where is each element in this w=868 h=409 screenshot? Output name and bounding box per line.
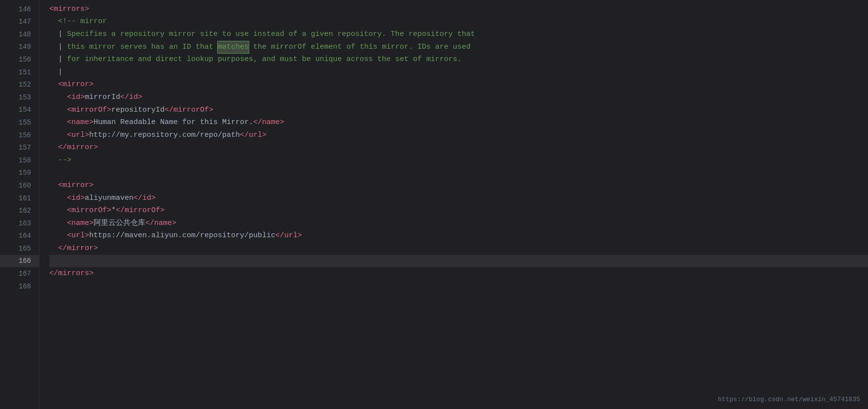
code-segment: | — [49, 41, 67, 53]
line-number-152: 152 — [0, 79, 39, 92]
code-segment: <id> — [67, 92, 85, 103]
line-number-167: 167 — [0, 267, 39, 280]
line-number-160: 160 — [0, 179, 39, 192]
code-line-166 — [49, 255, 868, 268]
code-line-157: </mirror> — [49, 142, 868, 155]
code-editor: 1461471481491501511521531541551561571581… — [0, 0, 868, 409]
line-number-164: 164 — [0, 230, 39, 243]
code-segment — [49, 117, 67, 128]
code-segment — [49, 192, 67, 204]
code-segment — [49, 218, 67, 229]
code-segment: matches — [218, 41, 249, 53]
code-segment: <mirror> — [58, 79, 94, 91]
code-segment — [49, 243, 58, 254]
code-content: <mirrors> <!-- mirror | Specifies a repo… — [39, 0, 868, 409]
code-segment: </name> — [145, 218, 176, 229]
line-number-165: 165 — [0, 242, 39, 255]
line-number-161: 161 — [0, 192, 39, 205]
line-number-162: 162 — [0, 205, 39, 218]
code-line-159 — [49, 167, 868, 180]
code-segment: <url> — [67, 230, 89, 242]
line-number-163: 163 — [0, 217, 39, 230]
code-segment: aliyunmaven — [85, 192, 134, 204]
line-number-155: 155 — [0, 116, 39, 129]
code-line-168 — [49, 280, 868, 293]
line-number-159: 159 — [0, 167, 39, 180]
code-line-156: <url>http://my.repository.com/repo/path<… — [49, 129, 868, 142]
line-number-158: 158 — [0, 154, 39, 167]
code-line-146: <mirrors> — [49, 3, 868, 16]
line-numbers: 1461471481491501511521531541551561571581… — [0, 0, 39, 409]
code-segment: <mirror> — [58, 180, 94, 191]
code-segment — [49, 155, 58, 166]
code-line-155: <name>Human Readable Name for this Mirro… — [49, 116, 868, 129]
code-segment: mirrorId — [85, 92, 120, 103]
code-segment: </name> — [253, 117, 284, 128]
code-segment: --> — [58, 155, 71, 166]
code-segment: <!-- mirror — [58, 16, 107, 28]
code-segment: <url> — [67, 129, 89, 141]
code-line-161: <id>aliyunmaven</id> — [49, 192, 868, 205]
code-segment: </mirror> — [58, 243, 98, 254]
code-line-150: | for inheritance and direct lookup purp… — [49, 53, 868, 66]
code-segment — [49, 16, 58, 28]
code-segment — [49, 79, 58, 91]
code-segment: | — [49, 29, 67, 40]
code-segment: https://maven.aliyun.com/repository/publ… — [89, 230, 275, 242]
code-segment: | — [49, 54, 67, 65]
code-segment: Human Readable Name for this Mirror. — [94, 117, 253, 128]
code-segment: </mirrorOf> — [165, 104, 213, 116]
code-segment: <name> — [67, 117, 94, 128]
code-segment — [49, 129, 67, 141]
code-line-151: | — [49, 66, 868, 79]
line-number-154: 154 — [0, 104, 39, 117]
line-number-156: 156 — [0, 129, 39, 142]
code-segment: | — [49, 66, 63, 78]
code-segment: Specifies a repository mirror site to us… — [67, 29, 475, 40]
code-segment — [49, 142, 58, 154]
code-line-163: <name>阿里云公共仓库</name> — [49, 217, 868, 230]
code-line-162: <mirrorOf>*</mirrorOf> — [49, 205, 868, 218]
code-segment: for inheritance and direct lookup purpos… — [67, 54, 462, 65]
line-number-150: 150 — [0, 53, 39, 66]
code-line-154: <mirrorOf>repositoryId</mirrorOf> — [49, 104, 868, 117]
line-number-148: 148 — [0, 28, 39, 41]
code-segment — [49, 92, 67, 103]
line-number-146: 146 — [0, 3, 39, 16]
code-segment: the mirrorOf element of this mirror. IDs… — [249, 41, 470, 53]
code-line-153: <id>mirrorId</id> — [49, 91, 868, 104]
line-number-153: 153 — [0, 91, 39, 104]
code-segment: </mirrorOf> — [116, 205, 165, 217]
line-number-157: 157 — [0, 142, 39, 155]
footer-url: https://blog.csdn.net/weixin_45741835 — [718, 395, 860, 405]
code-segment: <mirrorOf> — [67, 205, 111, 217]
line-number-149: 149 — [0, 41, 39, 54]
code-line-158: --> — [49, 154, 868, 167]
code-segment: <mirrors> — [49, 3, 89, 15]
code-segment: <id> — [67, 192, 85, 204]
line-number-168: 168 — [0, 280, 39, 293]
code-segment — [49, 230, 67, 242]
line-number-147: 147 — [0, 16, 39, 29]
code-line-148: | Specifies a repository mirror site to … — [49, 28, 868, 41]
code-line-147: <!-- mirror — [49, 16, 868, 29]
line-number-166: 166 — [0, 255, 39, 268]
code-line-167: </mirrors> — [49, 267, 868, 280]
code-segment: <mirrorOf> — [67, 104, 111, 116]
code-segment: 阿里云公共仓库 — [94, 218, 145, 229]
code-segment: </url> — [240, 129, 267, 141]
code-segment — [49, 205, 67, 217]
code-line-149: | this mirror serves has an ID that matc… — [49, 41, 868, 54]
code-segment: </id> — [134, 192, 156, 204]
code-segment: * — [111, 205, 116, 217]
code-line-164: <url>https://maven.aliyun.com/repository… — [49, 230, 868, 243]
code-line-160: <mirror> — [49, 179, 868, 192]
code-segment: http://my.repository.com/repo/path — [89, 129, 240, 141]
code-line-165: </mirror> — [49, 242, 868, 255]
code-segment: this mirror serves has an ID that — [67, 41, 218, 53]
code-segment: <name> — [67, 218, 94, 229]
line-number-151: 151 — [0, 66, 39, 79]
code-segment: repositoryId — [111, 104, 165, 116]
code-line-152: <mirror> — [49, 79, 868, 92]
code-segment: </mirrors> — [49, 268, 94, 280]
